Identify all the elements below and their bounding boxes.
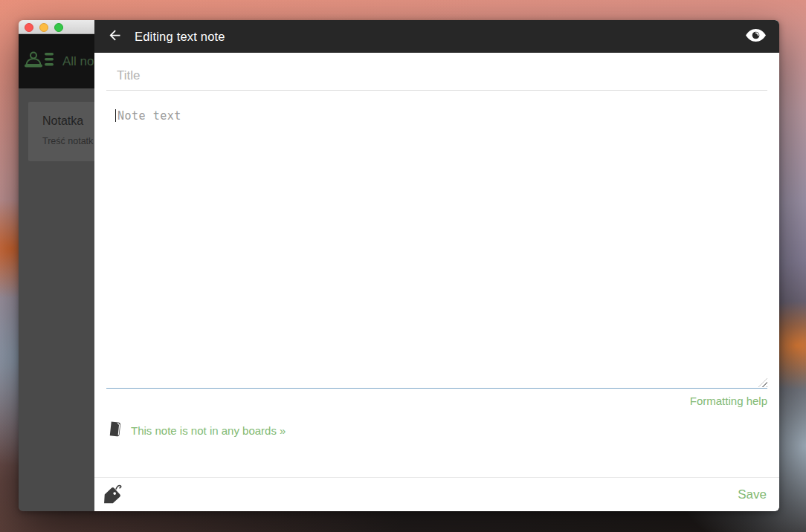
save-button[interactable]: Save [738, 487, 767, 502]
boards-link[interactable]: This note is not in any boards » [131, 424, 286, 437]
preview-button[interactable] [746, 29, 767, 44]
modal-footer: Save [94, 477, 779, 511]
textarea-resize-handle[interactable] [758, 378, 767, 387]
formatting-help-row: Formatting help [106, 395, 767, 408]
add-tags-button[interactable] [99, 481, 124, 508]
turtl-logo-icon[interactable] [24, 50, 55, 74]
arrow-left-icon [107, 27, 123, 45]
note-text-input[interactable]: Note text [106, 103, 767, 389]
formatting-help-link[interactable]: Formatting help [690, 395, 767, 407]
back-button[interactable] [107, 27, 125, 45]
eye-icon [746, 29, 766, 44]
close-window-button[interactable] [25, 23, 33, 32]
turtl-window: Turtl All [19, 20, 779, 511]
text-cursor [115, 109, 116, 122]
tag-icon [99, 499, 124, 510]
minimize-window-button[interactable] [39, 23, 48, 32]
window-controls [25, 20, 63, 34]
zoom-window-button[interactable] [54, 23, 63, 32]
edit-note-modal: Editing text note Note text [94, 20, 779, 511]
modal-body: Note text Formatting help [94, 53, 779, 477]
boards-row: This note is not in any boards » [106, 421, 767, 440]
modal-title: Editing text note [135, 30, 225, 44]
book-icon [109, 421, 122, 440]
desktop-wallpaper: Turtl All [0, 0, 806, 532]
modal-header: Editing text note [94, 20, 779, 53]
note-text-placeholder: Note text [117, 109, 181, 123]
note-title-input[interactable] [106, 66, 767, 91]
